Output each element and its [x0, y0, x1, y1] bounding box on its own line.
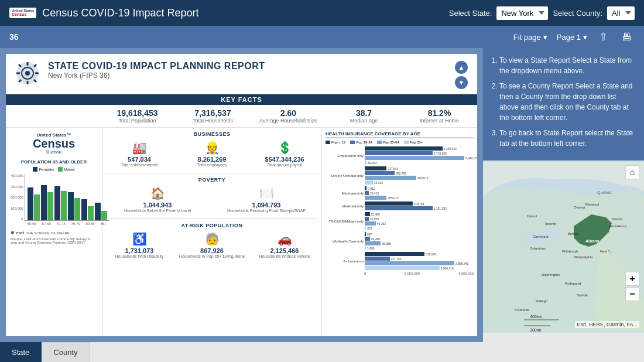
hi-bar-3-0 — [365, 202, 413, 206]
bureau-text: Bureau — [11, 149, 97, 155]
state-select-group: Select State: New York California Texas … — [449, 6, 635, 20]
key-fact-internet: 81.2% Internet at Home — [402, 108, 477, 124]
hi-row-label-1: Direct Purchase only — [326, 174, 364, 177]
population-bar-chart — [25, 174, 109, 221]
legend-pop-under19: Pop < 19 — [326, 141, 345, 144]
hi-bar-wrap-0-1: 2,713,165 — [365, 151, 477, 155]
hi-bar-num-1-3: 73,913 — [374, 181, 383, 185]
tab-state[interactable]: State — [0, 342, 42, 362]
hi-bar-wrap-5-0: 697 — [365, 232, 474, 236]
instruction-item-2: To see a County Report Select a State an… — [499, 81, 637, 123]
hi-row-label-2: Medicare only — [326, 192, 364, 195]
report-panel: STATE COVID-19 IMPACT PLANNING REPORT Ne… — [0, 48, 483, 342]
hi-bar-wrap-2-2: 185,013 — [365, 196, 474, 200]
map-panel: Albany Buffalo New Y... Toronto Detroit … — [483, 160, 644, 333]
hi-bar-2-2 — [365, 196, 386, 200]
toolbar: 36 Fit page ▾ Page 1 ▾ ⇧ 🖶 — [0, 26, 644, 48]
hi-bar-wrap-4-0: 21,409 — [365, 212, 474, 216]
hi-bar-5-0 — [365, 232, 366, 236]
hi-bar-6-3 — [365, 266, 440, 270]
hi-bar-num-1-2: 800,513 — [417, 176, 428, 180]
food-icon: 🍽️ — [215, 186, 318, 200]
app-title: Census COVID-19 Impact Report — [42, 7, 198, 19]
payroll-stat: 💲 $547,344,236 Total annual payroll — [251, 141, 318, 167]
hi-bar-wrap-0-3: 19,592 — [365, 160, 477, 165]
print-button[interactable]: 🖶 — [619, 31, 635, 43]
pop-chart-title: POPULATION 65 AND OLDER — [11, 159, 97, 165]
hi-bar-4-1 — [365, 217, 369, 221]
hi-bar-num-0-3: 19,592 — [368, 161, 376, 165]
hi-bar-0-0 — [365, 146, 443, 151]
hi-bar-wrap-3-0: 418,751 — [365, 202, 474, 206]
hi-bar-num-6-1: 227,740 — [391, 257, 402, 261]
disability-icon: ♿ — [106, 232, 173, 246]
legend-male: Males — [58, 167, 75, 172]
hi-bar-6-2 — [365, 261, 454, 265]
state-select[interactable]: New York California Texas — [496, 6, 548, 20]
hi-bar-num-4-0: 21,409 — [371, 213, 380, 216]
map-zoom-out-button[interactable]: − — [625, 287, 639, 301]
legend-pop-35-64: Pop 35-64 — [377, 141, 399, 144]
bottom-tabs: State County — [0, 342, 644, 362]
hi-bar-3-1 — [365, 206, 433, 210]
hi-row-1: Direct Purchase only217,641352,793800,51… — [326, 166, 474, 185]
hi-row-label-3: Medicaid only — [326, 204, 364, 208]
legend-pop-19-34: Pop 19-34 — [350, 141, 372, 144]
report-body: United States™ Census Bureau POPULATION … — [6, 128, 477, 336]
scroll-up-button[interactable]: ▲ — [455, 61, 468, 74]
poverty-households-stat: 🏠 1,044,943 Households Below the Poverty… — [106, 186, 209, 213]
hi-bar-0-1 — [365, 151, 433, 155]
at-risk-stats: ♿ 1,731,073 Households With Disability 🧓… — [106, 232, 318, 258]
hi-bar-wrap-5-2: 66,356 — [365, 241, 474, 245]
bar-group-75-79 — [68, 192, 80, 220]
at-risk-title: AT-RISK POPULATION — [106, 223, 318, 228]
hi-bar-4-3 — [365, 226, 366, 230]
female-bar-75-79 — [68, 192, 74, 220]
buildings-icon: 🏭 — [106, 141, 173, 155]
page-indicator[interactable]: Page 1 ▾ — [557, 33, 587, 42]
svg-text:Buffalo: Buffalo — [568, 232, 579, 235]
hi-row-5: VA Health Care only69719,28866,3561,000 — [326, 232, 474, 250]
svg-text:Quebec: Quebec — [597, 190, 612, 195]
svg-text:Pittsburgh: Pittsburgh — [562, 250, 578, 253]
source-text: Source: 2014-2018 American Community Sur… — [11, 237, 97, 244]
hi-bar-1-1 — [365, 171, 395, 175]
map-home-button[interactable]: ⌂ — [625, 165, 639, 179]
hi-bar-wrap-5-3: 1,000 — [365, 246, 474, 250]
y-axis: 400,000 300,000 200,000 100,000 0 — [11, 174, 25, 227]
county-select[interactable]: All — [607, 6, 635, 20]
health-insurance-title: HEALTH INSURANCE COVERAGE BY AGE — [326, 131, 474, 138]
map-zoom-in-button[interactable]: + — [625, 272, 639, 286]
tab-county[interactable]: County — [42, 342, 90, 362]
fit-page-button[interactable]: Fit page ▾ — [513, 33, 547, 42]
svg-text:Columbus: Columbus — [530, 247, 546, 250]
hi-bar-wrap-5-1: 19,288 — [365, 237, 474, 241]
no-vehicle-stat: 🚗 2,125,466 Households Without Vehicle — [251, 232, 318, 258]
pop-chart-legend: Females Males — [11, 167, 97, 172]
divider-1 — [106, 173, 318, 173]
bar-group-67-69 — [41, 185, 53, 220]
legend-65plus-box — [404, 141, 409, 144]
svg-text:Washington: Washington — [542, 273, 560, 276]
census-big-text: Census — [11, 138, 97, 149]
businesses-stats: 🏭 547,034 Total establishments 👷 8,261,2… — [106, 141, 318, 167]
hi-row-bars-5: 69719,28866,3561,000 — [365, 232, 474, 250]
county-select-label: Select County: — [553, 9, 602, 18]
census-gear-logo — [15, 61, 40, 88]
instruction-item-3: To go back to State Report select the St… — [499, 128, 637, 149]
employees-stat: 👷 8,261,269 Total employees — [179, 141, 245, 167]
hi-bar-5-2 — [365, 241, 381, 245]
key-facts-bar: KEY FACTS — [6, 94, 477, 105]
share-button[interactable]: ⇧ — [597, 30, 610, 43]
hi-row-bars-3: 418,7511,131,532 — [365, 202, 474, 210]
header: United States Census Census COVID-19 Imp… — [0, 0, 644, 26]
hi-bar-1-3 — [365, 180, 373, 185]
right-column: HEALTH INSURANCE COVERAGE BY AGE Pop < 1… — [322, 128, 477, 336]
svg-text:Albany: Albany — [585, 239, 599, 244]
male-bar-65-66 — [34, 194, 40, 220]
svg-text:Montreal: Montreal — [585, 203, 599, 206]
hi-bar-wrap-4-1: 16,955 — [365, 217, 474, 221]
report-content: STATE COVID-19 IMPACT PLANNING REPORT Ne… — [6, 54, 477, 336]
hi-bar-2-0 — [365, 186, 366, 190]
scroll-down-button[interactable]: ▼ — [455, 76, 468, 89]
